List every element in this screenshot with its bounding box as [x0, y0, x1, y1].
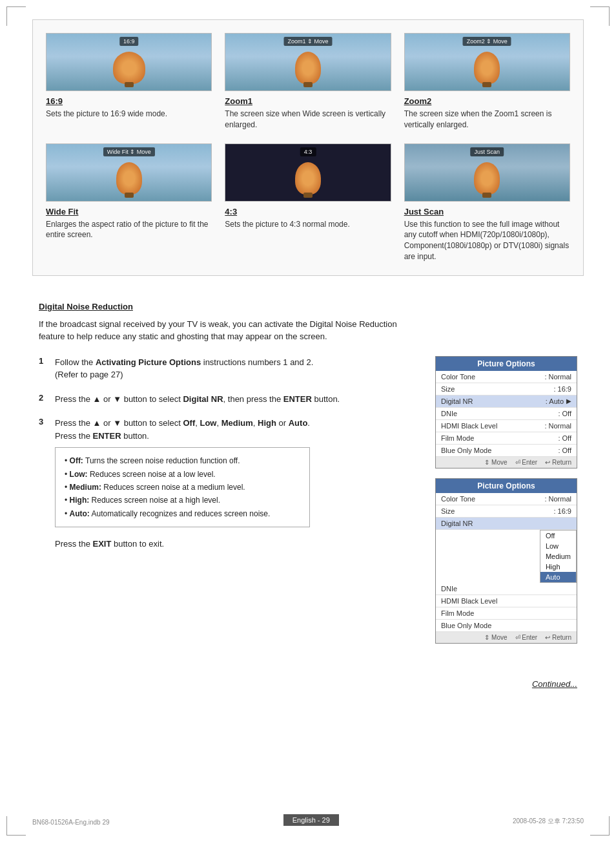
section-title-dnr: Digital Noise Reduction: [39, 302, 577, 311]
image-zoom1: Zoom1 ⇕ Move: [225, 33, 391, 91]
dropdown-options[interactable]: Off Low Medium High Auto: [540, 530, 577, 583]
balloon-shape: [116, 162, 142, 195]
bullet-medium: • Medium: Reduces screen noise at a medi…: [65, 481, 300, 494]
po-label: Digital NR: [441, 520, 473, 527]
po-enter-label: ⏎ Enter: [515, 459, 538, 466]
item-title-169: 16:9: [46, 96, 212, 106]
po-value: : 16:9: [553, 385, 571, 393]
po-value: : Normal: [544, 422, 571, 430]
picture-options-panel-2: Picture Options Color Tone : Normal Size…: [435, 478, 577, 644]
po-label: Blue Only Mode: [441, 447, 491, 454]
picture-options-panel-1: Picture Options Color Tone : Normal Size…: [435, 356, 577, 468]
balloon-basket: [303, 193, 313, 198]
step-text-3: Press the ▲ or ▼ button to select Off, L…: [55, 417, 310, 527]
bullet-box: • Off: Turns the screen noise reduction …: [55, 447, 310, 527]
footer-left: BN68-01526A-Eng.indb 29: [32, 819, 110, 826]
image-grid-section: 16:9 16:9 Sets the picture to 16:9 wide …: [32, 19, 584, 276]
item-desc-zoom1: The screen size when Wide screen is vert…: [225, 109, 391, 131]
balloon-image: 4:3: [225, 144, 390, 201]
po-header-2: Picture Options: [436, 479, 577, 493]
po-label: DNIe: [441, 410, 457, 417]
po-row-hdmi-2: HDMI Black Level: [436, 595, 577, 607]
bullet-auto: • Auto: Automatically recognizes and red…: [65, 507, 300, 520]
balloon-shape: [474, 52, 500, 84]
list-item: Zoom1 ⇕ Move Zoom1 The screen size when …: [225, 33, 391, 131]
corner-mark-top-left: [6, 6, 26, 26]
dropdown-container: Off Low Medium High Auto: [436, 530, 577, 583]
po-label: HDMI Black Level: [441, 422, 497, 430]
po-row-digitalnr-2: Digital NR: [436, 518, 577, 530]
step-3: 3 Press the ▲ or ▼ button to select Off,…: [39, 417, 416, 527]
item-title-zoom2: Zoom2: [404, 96, 570, 106]
po-label: DNIe: [441, 585, 457, 593]
step-num-3: 3: [39, 417, 48, 426]
po-label: Size: [441, 385, 455, 393]
po-enter-label-2: ⏎ Enter: [515, 634, 538, 641]
image-label-widefit: Wide Fit ⇕ Move: [103, 147, 155, 156]
balloon-basket: [482, 82, 491, 87]
po-label: Color Tone: [441, 495, 475, 503]
content-with-sidebar: 1 Follow the Activating Picture Options …: [39, 356, 577, 653]
step-num-1: 1: [39, 356, 48, 366]
dropdown-option-high[interactable]: High: [540, 562, 576, 572]
step-1: 1 Follow the Activating Picture Options …: [39, 356, 416, 381]
continued-section: Continued...: [39, 679, 577, 689]
po-header-1: Picture Options: [436, 357, 577, 371]
section-intro-dnr: If the broadcast signal received by your…: [39, 318, 400, 343]
po-footer-1: ⇕ Move ⏎ Enter ↩ Return: [436, 457, 577, 468]
step-text-1: Follow the Activating Picture Options in…: [55, 356, 313, 381]
po-row-digitalnr-1: Digital NR : Auto ▶: [436, 395, 577, 408]
po-footer-2: ⇕ Move ⏎ Enter ↩ Return: [436, 632, 577, 643]
po-row-film-2: Film Mode: [436, 607, 577, 620]
page-footer: BN68-01526A-Eng.indb 29 English - 29 200…: [0, 814, 616, 826]
balloon-basket: [303, 82, 313, 87]
balloon-image: 16:9: [46, 34, 211, 90]
balloon-basket: [482, 193, 491, 198]
balloon-image: Wide Fit ⇕ Move: [46, 144, 211, 201]
item-desc-zoom2: The screen size when the Zoom1 screen is…: [404, 109, 570, 131]
image-label-43: 4:3: [300, 147, 316, 156]
po-value: : Auto ▶: [546, 397, 571, 405]
image-label-zoom1: Zoom1 ⇕ Move: [283, 37, 332, 46]
item-title-zoom1: Zoom1: [225, 96, 391, 106]
image-justscan: Just Scan: [404, 143, 570, 202]
right-arrow-icon: ▶: [566, 397, 571, 405]
item-desc-justscan: Use this function to see the full image …: [404, 219, 570, 262]
footer-center: English - 29: [283, 814, 339, 826]
dropdown-option-auto[interactable]: Auto: [540, 572, 576, 582]
po-row-size-1: Size : 16:9: [436, 383, 577, 395]
item-title-43: 4:3: [225, 207, 391, 216]
po-label: Size: [441, 507, 455, 515]
sidebar-panels: Picture Options Color Tone : Normal Size…: [435, 356, 577, 653]
po-label: HDMI Black Level: [441, 597, 497, 605]
po-value: : 16:9: [553, 507, 571, 515]
po-return-label-2: ↩ Return: [545, 634, 571, 641]
image-zoom2: Zoom2 ⇕ Move: [404, 33, 570, 91]
po-row-film-1: Film Mode : Off: [436, 432, 577, 445]
balloon-shape: [474, 162, 500, 195]
main-content: Digital Noise Reduction If the broadcast…: [32, 302, 584, 689]
item-desc-widefit: Enlarges the aspect ratio of the picture…: [46, 219, 212, 241]
po-label: Film Mode: [441, 609, 474, 617]
footer-right: 2008-05-28 오후 7:23:50: [513, 817, 584, 826]
po-row-hdmi-1: HDMI Black Level : Normal: [436, 420, 577, 432]
po-move-label: ⇕ Move: [484, 459, 507, 466]
balloon-shape: [295, 162, 321, 195]
po-row-dnie-2: DNIe: [436, 583, 577, 595]
balloon-shape: [113, 52, 145, 84]
balloon-shape: [295, 52, 321, 84]
dropdown-option-medium[interactable]: Medium: [540, 551, 576, 562]
item-title-justscan: Just Scan: [404, 207, 570, 216]
dropdown-option-off[interactable]: Off: [540, 531, 576, 541]
continued-text: Continued...: [532, 679, 577, 689]
item-desc-43: Sets the picture to 4:3 normal mode.: [225, 219, 391, 230]
image-label-justscan: Just Scan: [471, 147, 504, 156]
po-row-colortone-1: Color Tone : Normal: [436, 371, 577, 383]
dropdown-option-low[interactable]: Low: [540, 541, 576, 551]
image-grid: 16:9 16:9 Sets the picture to 16:9 wide …: [46, 33, 570, 262]
bullet-low: • Low: Reduces screen noise at a low lev…: [65, 468, 300, 481]
exit-line: Press the EXIT button to exit.: [55, 539, 416, 549]
image-169: 16:9: [46, 33, 212, 91]
list-item: Just Scan Just Scan Use this function to…: [404, 143, 570, 262]
po-row-dnie-1: DNIe : Off: [436, 408, 577, 420]
